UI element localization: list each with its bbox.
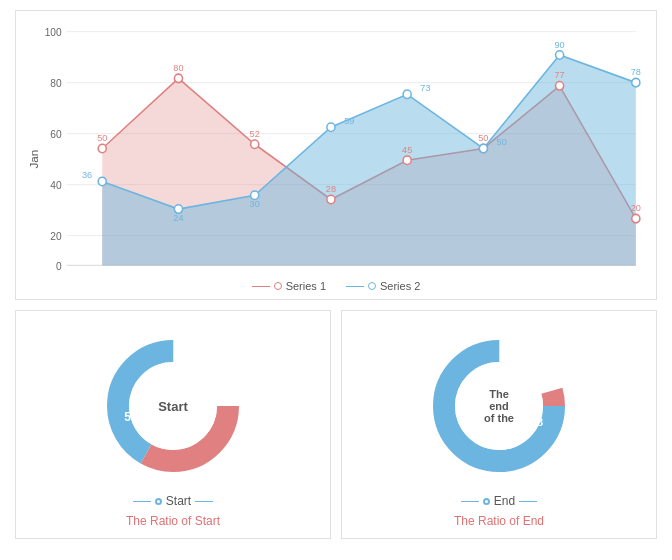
- bottom-charts: 50 36 Start Start The Ratio of Start: [15, 310, 657, 539]
- svg-text:78: 78: [531, 416, 543, 428]
- legend-series1-label: Series 1: [286, 280, 326, 292]
- legend-line-series1: [252, 286, 270, 287]
- donut-left-legend: Start: [133, 494, 213, 508]
- svg-point-37: [632, 214, 640, 223]
- legend-dash-right2: [519, 501, 537, 502]
- svg-text:60: 60: [50, 129, 62, 140]
- svg-text:0: 0: [56, 260, 62, 271]
- svg-text:50: 50: [497, 137, 507, 147]
- chart-legend: Series 1 Series 2: [26, 280, 646, 292]
- svg-point-51: [556, 51, 564, 60]
- legend-dot-right: [483, 498, 490, 505]
- svg-text:73: 73: [420, 83, 430, 93]
- svg-text:36: 36: [208, 387, 222, 401]
- svg-text:Category: Category: [389, 275, 426, 276]
- legend-dot-series2: [368, 282, 376, 290]
- legend-dash-left: [133, 501, 151, 502]
- donut-right-legend: End: [461, 494, 537, 508]
- svg-point-29: [327, 195, 335, 204]
- legend-series2-label: Series 2: [380, 280, 420, 292]
- svg-text:80: 80: [173, 63, 183, 73]
- svg-point-47: [403, 90, 411, 99]
- svg-point-27: [251, 140, 259, 149]
- svg-text:40: 40: [50, 180, 62, 191]
- svg-point-49: [479, 144, 487, 153]
- svg-text:20: 20: [50, 231, 62, 242]
- legend-line-end: End: [461, 494, 537, 508]
- svg-point-45: [327, 123, 335, 132]
- legend-dash-right: [461, 501, 479, 502]
- donut-left: 50 36 Start: [93, 326, 253, 486]
- svg-text:Category: Category: [84, 275, 121, 276]
- svg-text:Jan: Jan: [28, 150, 40, 169]
- svg-point-35: [556, 82, 564, 91]
- svg-text:50: 50: [97, 133, 107, 143]
- svg-text:Category: Category: [236, 275, 273, 276]
- svg-text:Category: Category: [160, 275, 197, 276]
- svg-text:Category: Category: [541, 275, 578, 276]
- legend-label-right: End: [494, 494, 515, 508]
- legend-series1: Series 1: [252, 280, 326, 292]
- donut-left-card: 50 36 Start Start The Ratio of Start: [15, 310, 331, 539]
- svg-point-53: [632, 78, 640, 87]
- svg-text:52: 52: [250, 129, 260, 139]
- legend-line-series2: [346, 286, 364, 287]
- top-area-chart: 100 80 60 40 20 0 Jan Category Category …: [15, 10, 657, 300]
- donut-left-center-label: Start: [158, 399, 188, 414]
- legend-dash-left2: [195, 501, 213, 502]
- legend-dot-left: [155, 498, 162, 505]
- svg-text:28: 28: [326, 184, 336, 194]
- svg-text:100: 100: [45, 27, 62, 38]
- svg-point-23: [98, 144, 106, 153]
- svg-text:20: 20: [631, 203, 641, 213]
- svg-text:Category: Category: [465, 275, 502, 276]
- svg-text:36: 36: [82, 170, 92, 180]
- donut-left-title: The Ratio of Start: [126, 514, 220, 528]
- legend-label-left: Start: [166, 494, 191, 508]
- chart-area: 100 80 60 40 20 0 Jan Category Category …: [26, 21, 646, 294]
- svg-text:Category: Category: [617, 275, 646, 276]
- svg-point-39: [98, 177, 106, 186]
- svg-text:59: 59: [344, 116, 354, 126]
- svg-text:80: 80: [50, 78, 62, 89]
- svg-point-25: [174, 74, 182, 83]
- svg-text:Category: Category: [312, 275, 349, 276]
- svg-text:50: 50: [124, 410, 138, 424]
- svg-text:24: 24: [173, 213, 183, 223]
- donut-right-card: 20 78 Theendof the End The Ratio of End: [341, 310, 657, 539]
- svg-point-31: [403, 156, 411, 165]
- svg-text:77: 77: [555, 70, 565, 80]
- legend-line-start: Start: [133, 494, 213, 508]
- svg-text:78: 78: [631, 67, 641, 77]
- donut-right-center-label: Theendof the: [484, 388, 514, 424]
- legend-dot-series1: [274, 282, 282, 290]
- donut-right: 20 78 Theendof the: [419, 326, 579, 486]
- svg-text:45: 45: [402, 145, 412, 155]
- donut-right-title: The Ratio of End: [454, 514, 544, 528]
- svg-text:90: 90: [555, 39, 565, 49]
- svg-text:50: 50: [478, 133, 488, 143]
- svg-text:30: 30: [250, 199, 260, 209]
- svg-text:20: 20: [521, 354, 533, 366]
- legend-series2: Series 2: [346, 280, 420, 292]
